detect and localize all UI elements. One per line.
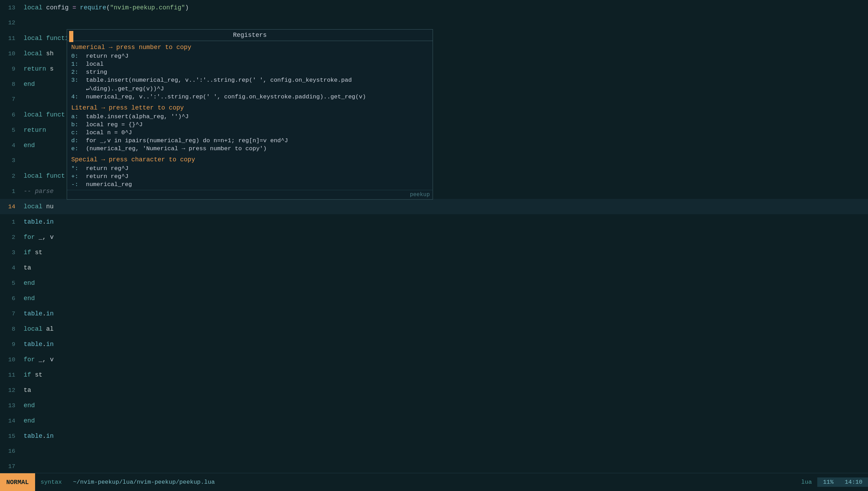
line-number-1b: 1 <box>0 215 21 230</box>
reg-entry-4[interactable]: 4: numerical_reg, v..':'..string.rep(' '… <box>67 93 433 101</box>
line-content-13: local config = require("nvim-peekup.conf… <box>21 0 868 15</box>
reg-value-a: table.insert(alpha_reg, '')^J <box>86 113 189 120</box>
line-number-2: 2 <box>0 169 21 184</box>
status-syntax: syntax <box>35 479 67 485</box>
registers-cursor <box>69 31 73 42</box>
reg-key-d: d: <box>71 137 82 144</box>
reg-value-0: return reg^J <box>86 53 128 59</box>
code-line-13: 13 local config = require("nvim-peekup.c… <box>0 0 868 15</box>
reg-entry-star[interactable]: *: return reg^J <box>67 164 433 172</box>
reg-entry-e[interactable]: e: (numerical_reg, 'Numerical → press nu… <box>67 145 433 153</box>
status-filetype: lua <box>796 479 818 485</box>
line-content-2b: for _, v <box>21 230 868 245</box>
line-number-9b: 9 <box>0 337 21 352</box>
reg-key-3: 3: <box>71 77 82 83</box>
registers-special-header: Special → press character to copy <box>67 155 433 164</box>
code-line-10b: 10 for _, v <box>0 352 868 367</box>
reg-key-star: *: <box>71 165 82 172</box>
code-line-8b: 8 local al <box>0 321 868 337</box>
reg-key-b: b: <box>71 121 82 128</box>
reg-entry-a[interactable]: a: table.insert(alpha_reg, '')^J <box>67 113 433 121</box>
code-line-15b: 15 table.in <box>0 428 868 444</box>
reg-key-a: a: <box>71 113 82 120</box>
reg-entry-3cont: ↵\ding)..get_reg(v))^J <box>67 84 433 93</box>
line-number-11: 11 <box>0 31 21 46</box>
line-content-5b: end <box>21 275 868 291</box>
line-number-5b: 5 <box>0 276 21 291</box>
registers-footer-text: peekup <box>410 192 430 198</box>
line-number-13: 13 <box>0 0 21 16</box>
reg-entry-2[interactable]: 2: string <box>67 68 433 76</box>
reg-value-c: local n = 0^J <box>86 129 132 136</box>
reg-entry-c[interactable]: c: local n = 0^J <box>67 129 433 137</box>
code-line-17b: 17 <box>0 459 868 473</box>
line-number-3: 3 <box>0 153 21 168</box>
line-number-10: 10 <box>0 46 21 62</box>
reg-value-minus: numerical_reg <box>86 181 132 188</box>
line-content-9b: table.in <box>21 337 868 352</box>
reg-key-minus: -: <box>71 181 82 188</box>
line-number-2b: 2 <box>0 230 21 245</box>
line-content-4b: ta <box>21 260 868 275</box>
code-line-12: 12 <box>0 15 868 31</box>
registers-content: Numerical → press number to copy 0: retu… <box>67 41 433 190</box>
reg-entry-b[interactable]: b: local reg = {}^J <box>67 121 433 129</box>
code-line-2b: 2 for _, v <box>0 230 868 245</box>
reg-value-d: for _,v in ipairs(numerical_reg) do n=n+… <box>86 137 288 144</box>
line-number-1a: 1 <box>0 184 21 199</box>
line-content-3b: if st <box>21 245 868 260</box>
code-line-6b: 6 end <box>0 291 868 306</box>
code-line-14-current: 14 local nu <box>0 199 868 214</box>
line-number-4: 4 <box>0 138 21 153</box>
line-number-16b: 16 <box>0 444 21 459</box>
reg-entry-d[interactable]: d: for _,v in ipairs(numerical_reg) do n… <box>67 137 433 145</box>
reg-entry-3[interactable]: 3: table.insert(numerical_reg, v..':'..s… <box>67 76 433 84</box>
code-line-5b: 5 end <box>0 275 868 291</box>
code-line-16b: 16 <box>0 444 868 459</box>
code-line-12b: 12 ta <box>0 383 868 398</box>
reg-value-4: numerical_reg, v..':'..string.rep(' ', c… <box>86 94 366 100</box>
line-content-13b: end <box>21 398 868 413</box>
editor-container: 13 local config = require("nvim-peekup.c… <box>0 0 868 473</box>
line-number-14: 14 <box>0 199 21 215</box>
reg-key-4: 4: <box>71 94 82 100</box>
reg-key-c: c: <box>71 129 82 136</box>
registers-title: Registers <box>233 32 267 39</box>
code-line-1b: 1 table.in <box>0 214 868 230</box>
reg-entry-1[interactable]: 1: local <box>67 60 433 68</box>
reg-key-plus: +: <box>71 173 82 180</box>
line-number-8: 8 <box>0 77 21 92</box>
registers-title-bar: Registers <box>67 30 433 41</box>
code-line-14b: 14 end <box>0 413 868 428</box>
reg-value-2: string <box>86 69 107 75</box>
reg-key-2: 2: <box>71 69 82 75</box>
status-bar: NORMAL syntax ~/nvim-peekup/lua/nvim-pee… <box>0 473 868 491</box>
line-number-9: 9 <box>0 62 21 77</box>
code-line-3b: 3 if st <box>0 245 868 260</box>
line-number-11b: 11 <box>0 368 21 383</box>
reg-value-b: local reg = {}^J <box>86 121 142 128</box>
reg-key-1: 1: <box>71 61 82 67</box>
status-file: ~/nvim-peekup/lua/nvim-peekup/peekup.lua <box>67 479 796 485</box>
reg-entry-plus[interactable]: +: return reg^J <box>67 172 433 180</box>
reg-key-0: 0: <box>71 53 82 59</box>
line-number-4b: 4 <box>0 260 21 276</box>
code-line-4b: 4 ta <box>0 260 868 275</box>
registers-footer: peekup <box>67 190 433 199</box>
line-number-8b: 8 <box>0 322 21 337</box>
reg-entry-0[interactable]: 0: return reg^J <box>67 52 433 60</box>
line-number-14b: 14 <box>0 413 21 429</box>
registers-numerical-header: Numerical → press number to copy <box>67 42 433 52</box>
line-content-7b: table.in <box>21 306 868 321</box>
line-content-8b: local al <box>21 321 868 337</box>
reg-key-e: e: <box>71 145 82 152</box>
registers-literal-header: Literal → press letter to copy <box>67 103 433 113</box>
line-number-12b: 12 <box>0 383 21 398</box>
line-number-13b: 13 <box>0 398 21 413</box>
status-mode: NORMAL <box>0 473 35 491</box>
reg-entry-minus[interactable]: -: numerical_reg <box>67 180 433 188</box>
line-number-10b: 10 <box>0 352 21 368</box>
line-content-1b: table.in <box>21 214 868 230</box>
line-content-14: local nu <box>21 199 868 214</box>
code-line-11b: 11 if st <box>0 367 868 383</box>
